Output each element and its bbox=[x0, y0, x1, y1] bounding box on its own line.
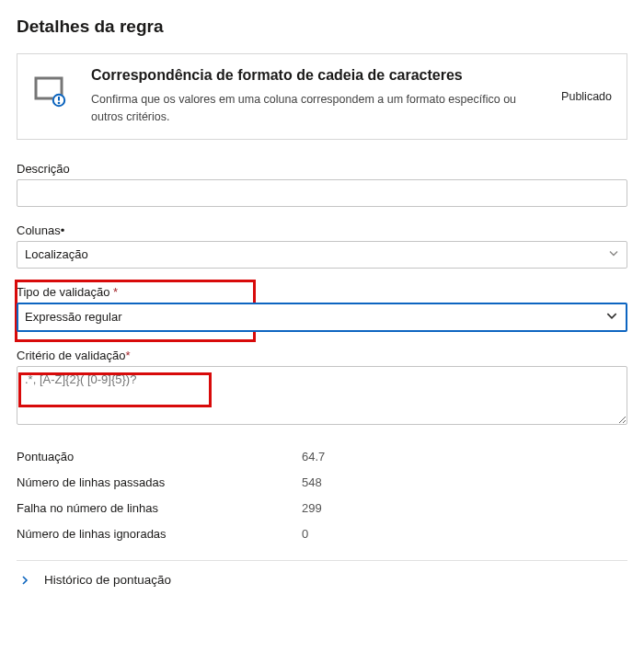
stat-value: 548 bbox=[302, 475, 322, 489]
score-history-accordion[interactable]: Histórico de pontuação bbox=[17, 560, 627, 596]
columns-label: Colunas• bbox=[17, 223, 627, 237]
page-title: Detalhes da regra bbox=[17, 17, 627, 37]
stat-row: Falha no número de linhas 299 bbox=[17, 496, 627, 521]
accordion-title: Histórico de pontuação bbox=[44, 573, 171, 587]
stat-value: 64.7 bbox=[302, 450, 325, 463]
columns-select[interactable]: Localização bbox=[17, 241, 627, 269]
stat-label: Pontuação bbox=[17, 450, 302, 463]
validation-type-select[interactable]: Expressão regular bbox=[17, 303, 627, 332]
chevron-down-icon bbox=[608, 247, 619, 261]
validation-criteria-input[interactable] bbox=[17, 366, 627, 425]
stat-label: Número de linhas passadas bbox=[17, 475, 302, 489]
validation-type-value: Expressão regular bbox=[25, 310, 122, 324]
stat-row: Número de linhas ignoradas 0 bbox=[17, 521, 627, 547]
stat-value: 299 bbox=[302, 501, 322, 515]
stat-row: Número de linhas passadas 548 bbox=[17, 470, 627, 496]
svg-point-4 bbox=[58, 102, 61, 105]
stat-label: Número de linhas ignoradas bbox=[17, 527, 302, 541]
chevron-down-icon bbox=[605, 309, 618, 325]
status-badge: Publicado bbox=[561, 90, 612, 103]
description-input[interactable] bbox=[17, 179, 627, 207]
stat-row: Pontuação 64.7 bbox=[17, 444, 627, 470]
validation-criteria-label: Critério de validação* bbox=[17, 349, 627, 362]
rule-card-title: Correspondência de formato de cadeia de … bbox=[91, 67, 545, 84]
rule-summary-card: Correspondência de formato de cadeia de … bbox=[17, 53, 627, 140]
stat-label: Falha no número de linhas bbox=[17, 501, 302, 515]
chevron-right-icon bbox=[17, 572, 33, 589]
stats-block: Pontuação 64.7 Número de linhas passadas… bbox=[17, 444, 627, 547]
validation-type-label: Tipo de validação * bbox=[17, 285, 627, 299]
description-label: Descrição bbox=[17, 162, 627, 176]
rule-card-description: Confirma que os valores em uma coluna co… bbox=[91, 91, 545, 126]
stat-value: 0 bbox=[302, 527, 308, 541]
columns-select-value: Localização bbox=[25, 247, 88, 261]
rule-type-icon bbox=[30, 67, 75, 112]
